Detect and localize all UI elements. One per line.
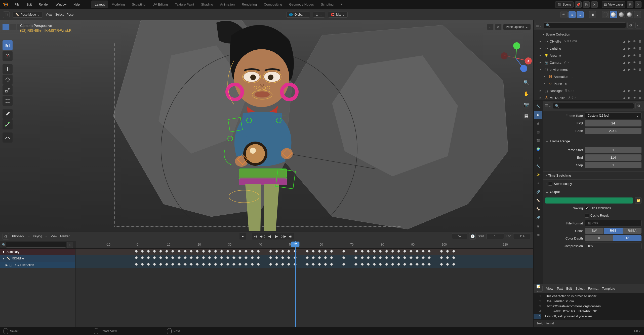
keyframe[interactable] xyxy=(183,263,187,266)
keyframe[interactable] xyxy=(385,250,388,253)
depth-16[interactable]: 16 xyxy=(613,235,641,241)
shading-material[interactable] xyxy=(618,11,625,18)
keyframe[interactable] xyxy=(257,250,260,253)
keyframe[interactable] xyxy=(360,250,364,253)
color-bw[interactable]: BW xyxy=(585,228,604,234)
keyframe[interactable] xyxy=(238,256,242,259)
menu-edit[interactable]: Edit xyxy=(23,1,35,8)
keyframe[interactable] xyxy=(287,250,291,253)
tool-scale[interactable] xyxy=(3,85,13,95)
outline-item[interactable]: ▶▭CH-ellie⟳ ℬ 2 #38◢▶👁▦ xyxy=(534,38,644,45)
menu-help[interactable]: Help xyxy=(70,1,83,8)
shading-options[interactable]: ⌄ xyxy=(634,11,641,18)
keyframe[interactable] xyxy=(324,256,327,259)
outliner-mode[interactable]: ☰⌄ xyxy=(536,22,542,28)
prop-tab-render[interactable]: 🖥 xyxy=(534,111,542,119)
frame-step-prop[interactable]: 1 xyxy=(585,162,641,168)
keyframe[interactable] xyxy=(354,256,358,259)
channel-filter[interactable]: ↔ xyxy=(67,242,73,248)
menu-render[interactable]: Render xyxy=(36,1,52,8)
workspace-tab-geonodes[interactable]: Geometry Nodes xyxy=(286,1,317,8)
keyframe[interactable] xyxy=(379,250,382,253)
output-panel[interactable]: ⌄Output xyxy=(543,188,644,196)
keyframe[interactable] xyxy=(190,256,193,259)
depth-8[interactable]: 8 xyxy=(585,235,613,241)
keyframe[interactable] xyxy=(330,256,333,259)
keyframe[interactable] xyxy=(147,256,150,259)
dope-editor-type[interactable]: ◔ xyxy=(3,233,9,240)
keyframe[interactable] xyxy=(202,250,205,253)
dope-marker-menu[interactable]: Marker xyxy=(60,234,69,238)
keyframe[interactable] xyxy=(196,250,199,253)
outline-item[interactable]: ▶📷Cameraੳ ▭◢▶👁▦ xyxy=(534,59,644,66)
keyframe[interactable] xyxy=(177,250,181,253)
keyframe[interactable] xyxy=(287,256,291,259)
keyframe[interactable] xyxy=(409,263,413,266)
keyframe[interactable] xyxy=(342,250,345,253)
3d-viewport[interactable]: Camera Perspective (52) RIG-Ellie : IK-M… xyxy=(0,20,533,231)
keyframe[interactable] xyxy=(360,263,364,266)
keyframe[interactable] xyxy=(373,256,376,259)
cache-checkbox[interactable] xyxy=(585,214,589,218)
text-format-menu[interactable]: Format xyxy=(588,287,598,290)
prop-tab-data[interactable]: 🦴 xyxy=(534,196,542,205)
blender-logo-icon[interactable] xyxy=(3,2,9,8)
stereoscopy-checkbox[interactable] xyxy=(548,182,552,186)
mode-selector[interactable]: 🦴 Pose Mode ⌄ xyxy=(13,12,43,18)
keyframe[interactable] xyxy=(312,256,315,259)
tool-rotate[interactable] xyxy=(3,75,13,85)
keyframe[interactable] xyxy=(324,250,327,253)
dope-view-menu[interactable]: View xyxy=(51,234,57,238)
base-value[interactable]: 2.000 xyxy=(585,128,641,134)
select-mode-1[interactable] xyxy=(3,24,9,30)
frame-range-panel[interactable]: ⌄Frame Range xyxy=(543,137,644,145)
workspace-tab-rendering[interactable]: Rendering xyxy=(238,1,260,8)
frame-end[interactable]: 114 xyxy=(513,233,531,239)
keyframe[interactable] xyxy=(177,263,181,266)
tool-extra[interactable] xyxy=(3,132,13,143)
keyframe[interactable] xyxy=(245,256,248,259)
keyframe[interactable] xyxy=(208,256,211,259)
keyframe[interactable] xyxy=(367,263,370,266)
select-menu[interactable]: Select xyxy=(55,13,64,16)
keyframe[interactable] xyxy=(141,250,144,253)
keyframe[interactable] xyxy=(232,250,235,253)
outliner-search[interactable] xyxy=(544,22,626,28)
keyframe[interactable] xyxy=(159,263,162,266)
prop-tab-texture[interactable]: ▦ xyxy=(534,231,542,239)
channel-search[interactable] xyxy=(6,242,66,248)
pan-icon[interactable]: ✋ xyxy=(522,89,531,98)
keyframe[interactable] xyxy=(251,256,254,259)
playhead[interactable]: 52 xyxy=(295,241,296,327)
keyframe[interactable] xyxy=(281,256,285,259)
prop-tab-world[interactable]: 🌍 xyxy=(534,145,542,153)
outliner-new-collection[interactable]: ▭ xyxy=(635,22,642,28)
prop-tab-scene[interactable]: 🎬 xyxy=(534,137,542,145)
keyframe[interactable] xyxy=(379,256,382,259)
keyframe[interactable] xyxy=(440,256,443,259)
keyframe[interactable] xyxy=(238,250,242,253)
perspective-icon[interactable]: ▦ xyxy=(522,111,531,120)
workspace-tab-animation[interactable]: Animation xyxy=(217,1,238,8)
keyframe[interactable] xyxy=(446,263,449,266)
keyframe[interactable] xyxy=(214,250,217,253)
gizmo-z[interactable] xyxy=(513,42,520,49)
keyframe[interactable] xyxy=(354,250,358,253)
mirror-icon[interactable]: ↔ xyxy=(487,24,494,30)
view-menu[interactable]: View xyxy=(46,13,52,16)
keyframe[interactable] xyxy=(422,263,425,266)
tool-move[interactable] xyxy=(3,64,13,74)
prop-tab-viewlayer[interactable]: ▤ xyxy=(534,128,542,136)
workspace-tab-modeling[interactable]: Modeling xyxy=(108,1,129,8)
prop-tab-particles[interactable]: ✨ xyxy=(534,171,542,179)
keyframe[interactable] xyxy=(153,256,156,259)
xray-toggle[interactable]: ▣ xyxy=(589,11,596,18)
workspace-tab-uv[interactable]: UV Editing xyxy=(149,1,171,8)
prop-tab-object[interactable]: ▢ xyxy=(534,154,542,162)
keyframe[interactable] xyxy=(238,263,242,266)
current-frame[interactable]: 52 xyxy=(452,233,467,239)
editor-type-icon[interactable]: ⬚ xyxy=(3,11,10,18)
keyframe[interactable] xyxy=(367,250,370,253)
keyframe[interactable] xyxy=(293,256,297,259)
outline-item[interactable]: ▶人META-ellie人 ੳ ⤫◢▶👁▦ xyxy=(534,94,644,100)
